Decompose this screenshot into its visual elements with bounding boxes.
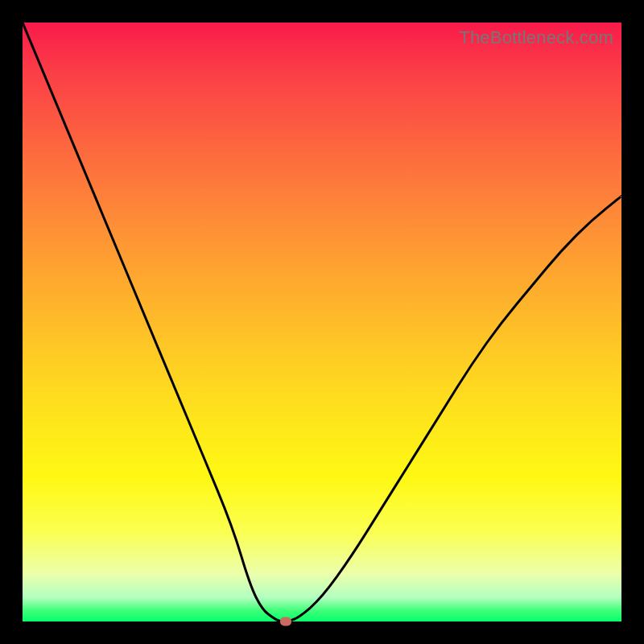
- chart-frame: TheBottleneck.com: [0, 0, 644, 644]
- bottleneck-curve: [23, 23, 621, 621]
- optimal-point-marker: [280, 617, 291, 626]
- plot-area: TheBottleneck.com: [23, 23, 621, 621]
- curve-path: [23, 23, 621, 621]
